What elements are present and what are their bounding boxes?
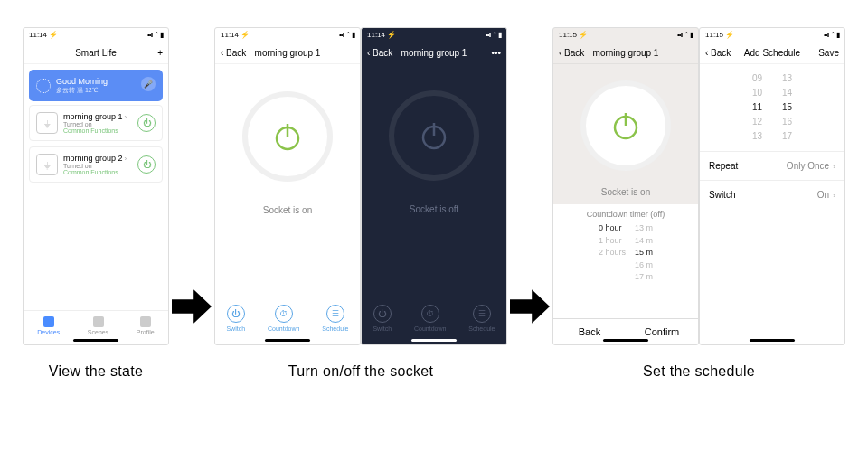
home-indicator [265,339,310,342]
home-indicator [750,339,795,342]
chevron-right-icon: › [831,192,835,200]
tab-schedule[interactable]: ☰Schedule [322,305,348,332]
socket-state-label: Socket is on [553,187,698,197]
page-title: morning group 1 [401,48,467,58]
weather-card[interactable]: Good Morning 多云转 温 12℃ 🎤 [29,70,163,101]
tab-countdown[interactable]: ⏱Countdown [268,305,299,332]
navbar: ‹ Back morning group 1 ••• [362,42,506,63]
repeat-value: Only Once [787,161,829,171]
group-schedule: 11:15 ⚡ ••ıl ⌃ ▮ ‹ Back morning group 1 … [552,27,845,380]
back-button[interactable]: ‹ Back [559,48,584,58]
phone-add-schedule: 11:15 ⚡ ••ıl ⌃ ▮ ‹ Back Add Schedule Sav… [699,27,845,345]
back-button[interactable]: ‹ Back [367,48,392,58]
navbar-home: Smart Life + [24,42,168,64]
phone-countdown: 11:15 ⚡ ••ıl ⌃ ▮ ‹ Back morning group 1 … [552,27,699,345]
tab-devices[interactable]: Devices [37,316,60,335]
switch-row[interactable]: Switch On › [700,180,844,209]
repeat-row[interactable]: Repeat Only Once › [700,151,844,180]
weather-icon [36,79,51,93]
weather-subtitle: 多云转 温 12℃ [56,87,108,94]
socket-state-label: Socket is on [215,205,360,215]
clock-icon: ⏱ [275,305,293,323]
status-bar: 11:14 ⚡ ••ıl ⌃ ▮ [24,28,168,42]
caption-2: Turn on/off the socket [288,363,433,380]
switch-icon: ⏻ [373,305,392,323]
status-signal: ••ıl ⌃ ▮ [677,31,693,39]
device-name: morning group 1› [63,112,127,121]
bottom-tabs: ⏻Switch ⏱Countdown ☰Schedule [215,296,360,344]
profile-icon [140,316,151,327]
app-title: Smart Life [75,48,117,58]
status-signal: ••ıl ⌃ ▮ [147,31,163,39]
home-indicator [603,339,648,342]
page-title: Add Schedule [744,48,800,58]
group-toggle-socket: 11:14 ⚡ ••ıl ⌃ ▮ ‹ Back morning group 1 … [214,27,507,380]
phone-socket-off: 11:14 ⚡ ••ıl ⌃ ▮ ‹ Back morning group 1 … [361,27,507,345]
status-signal: ••ıl ⌃ ▮ [339,31,354,39]
status-time: 11:14 ⚡ [367,31,396,39]
device-name: morning group 2› [63,154,127,163]
add-button[interactable]: + [157,48,163,58]
device-card-1[interactable]: ⏚ morning group 1› Turned on Common Func… [29,105,163,141]
switch-label: Switch [709,190,735,200]
status-signal: ••ıl ⌃ ▮ [824,31,839,39]
switch-icon: ⏻ [227,305,245,323]
navbar: ‹ Back morning group 1 [215,42,360,64]
power-toggle[interactable]: ⏻ [137,155,156,174]
countdown-picker[interactable]: 0 hour 1 hour 2 hours 13 m 14 m 15 m 16 … [553,222,698,284]
power-button[interactable] [389,90,479,181]
calendar-icon: ☰ [473,305,491,323]
device-state: Turned on [63,121,127,127]
arrow-icon [172,289,212,325]
bottom-tabs: ⏻Switch ⏱Countdown ☰Schedule [362,296,506,344]
tab-switch[interactable]: ⏻Switch [226,305,245,332]
more-button[interactable]: ••• [491,48,501,58]
status-time: 11:15 ⚡ [705,31,734,39]
grid-icon [43,316,54,327]
status-bar: 11:14 ⚡ ••ıl ⌃ ▮ [362,28,506,42]
chevron-right-icon: › [831,163,835,171]
tab-profile[interactable]: Profile [137,316,155,335]
page-title: morning group 1 [255,48,321,58]
countdown-title: Countdown timer (off) [553,210,698,219]
weather-title: Good Morning [56,77,108,87]
clock-icon: ⏱ [421,305,439,323]
time-picker[interactable]: 09 10 11 12 13 13 14 15 16 17 [700,64,844,151]
phone-socket-on: 11:14 ⚡ ••ıl ⌃ ▮ ‹ Back morning group 1 … [214,27,361,345]
scenes-icon [93,316,104,327]
mic-icon[interactable]: 🎤 [141,77,156,91]
page-title: morning group 1 [593,48,659,58]
device-common-functions: Common Functions [63,169,127,175]
power-button[interactable] [242,91,333,182]
status-signal: ••ıl ⌃ ▮ [486,31,501,39]
back-button[interactable]: ‹ Back [705,48,731,58]
status-bar: 11:14 ⚡ ••ıl ⌃ ▮ [215,28,360,42]
status-bar: 11:15 ⚡ ••ıl ⌃ ▮ [700,28,844,42]
status-time: 11:15 ⚡ [559,31,588,39]
caption-3: Set the schedule [643,363,755,380]
tab-schedule[interactable]: ☰Schedule [468,305,495,332]
status-time: 11:14 ⚡ [29,31,58,39]
home-indicator [411,339,457,342]
save-button[interactable]: Save [818,48,839,58]
socket-state-label: Socket is off [362,204,506,214]
tab-scenes[interactable]: Scenes [88,316,108,335]
status-bar: 11:15 ⚡ ••ıl ⌃ ▮ [553,28,698,42]
power-button[interactable] [580,80,671,171]
group-view-state: 11:14 ⚡ ••ıl ⌃ ▮ Smart Life + Good Morni… [23,27,169,380]
home-indicator [73,339,118,342]
device-card-2[interactable]: ⏚ morning group 2› Turned on Common Func… [29,146,163,183]
navbar: ‹ Back Add Schedule Save [700,42,844,64]
phone-home: 11:14 ⚡ ••ıl ⌃ ▮ Smart Life + Good Morni… [23,27,169,345]
tab-switch[interactable]: ⏻Switch [373,305,392,332]
switch-value: On [817,190,829,200]
navbar: ‹ Back morning group 1 [553,42,698,64]
calendar-icon: ☰ [326,305,344,323]
power-toggle[interactable]: ⏻ [137,114,156,132]
device-common-functions: Common Functions [63,127,127,134]
arrow-icon [510,289,550,325]
back-button[interactable]: ‹ Back [221,48,246,58]
tab-countdown[interactable]: ⏱Countdown [414,305,446,332]
plug-icon: ⏚ [36,154,58,175]
device-state: Turned on [63,163,127,169]
